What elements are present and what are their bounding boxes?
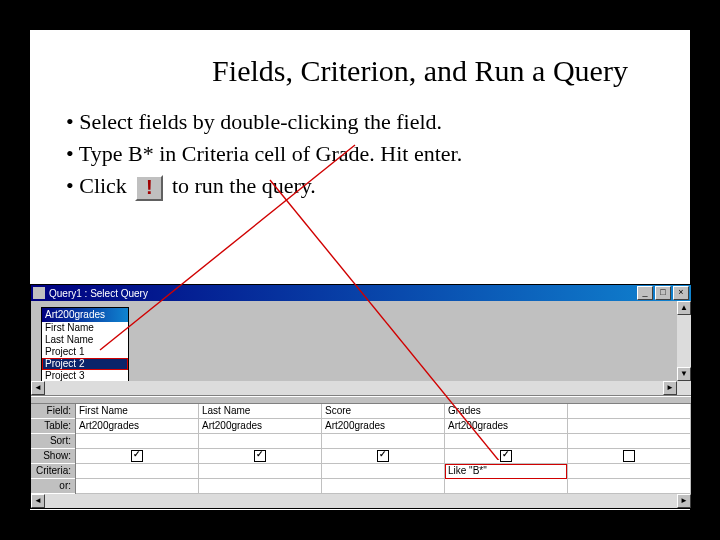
maximize-button[interactable]: □ [655,286,671,300]
close-button[interactable]: × [673,286,689,300]
show-cell[interactable] [76,449,198,464]
window-titlebar: Query1 : Select Query _ □ × [31,285,691,301]
show-cell[interactable] [322,449,444,464]
field-cell[interactable]: Score [322,404,444,419]
qbe-grid: Field: Table: Sort: Show: Criteria: or: … [31,404,691,494]
criteria-cell[interactable] [199,464,321,479]
show-checkbox[interactable] [254,450,266,462]
field-cell[interactable]: First Name [76,404,198,419]
grid-column-empty [568,404,691,494]
run-query-icon: ! [135,175,163,201]
table-pane: Art200grades First Name Last Name Projec… [31,301,691,396]
table-cell[interactable]: Art200grades [445,419,567,434]
bullet-3: Click ! to run the query. [66,170,690,202]
scroll-up-button[interactable]: ▲ [677,301,691,315]
criteria-cell[interactable] [322,464,444,479]
table-cell[interactable]: Art200grades [76,419,198,434]
row-label-table: Table: [31,419,75,434]
scroll-right-button[interactable]: ► [663,381,677,395]
app-icon [33,287,45,299]
show-checkbox[interactable] [623,450,635,462]
criteria-cell[interactable] [76,464,198,479]
field-item[interactable]: Last Name [42,334,128,346]
empty-cell[interactable] [568,434,690,449]
slide-title: Fields, Criterion, and Run a Query [150,54,690,88]
row-label-field: Field: [31,404,75,419]
or-cell[interactable] [199,479,321,494]
empty-cell[interactable] [568,479,690,494]
bullet-list: Select fields by double-clicking the fie… [66,106,690,202]
field-list-title: Art200grades [42,308,128,322]
grid-column: Grades Art200grades Like "B*" [445,404,568,494]
field-item[interactable]: First Name [42,322,128,334]
sort-cell[interactable] [322,434,444,449]
bullet-3-post: to run the query. [172,173,316,198]
show-checkbox[interactable] [500,450,512,462]
or-cell[interactable] [76,479,198,494]
empty-cell[interactable] [568,419,690,434]
grid-column: First Name Art200grades [76,404,199,494]
field-item-selected[interactable]: Project 2 [42,358,128,370]
scroll-left-button[interactable]: ◄ [31,494,45,508]
grid-column: Score Art200grades [322,404,445,494]
show-cell[interactable] [445,449,567,464]
table-cell[interactable]: Art200grades [199,419,321,434]
sort-cell[interactable] [76,434,198,449]
bullet-2: Type B* in Criteria cell of Grade. Hit e… [66,138,690,170]
show-checkbox[interactable] [377,450,389,462]
row-label-or: or: [31,479,75,494]
bullet-1: Select fields by double-clicking the fie… [66,106,690,138]
bullet-3-pre: Click [79,173,132,198]
minimize-button[interactable]: _ [637,286,653,300]
field-cell[interactable]: Last Name [199,404,321,419]
scroll-down-button[interactable]: ▼ [677,367,691,381]
row-labels: Field: Table: Sort: Show: Criteria: or: [31,404,76,494]
criteria-cell-highlighted[interactable]: Like "B*" [445,464,567,479]
row-label-criteria: Criteria: [31,464,75,479]
empty-cell[interactable] [568,464,690,479]
query-designer-window: Query1 : Select Query _ □ × Art200grades… [30,284,692,509]
row-label-show: Show: [31,449,75,464]
empty-cell[interactable] [568,404,690,419]
table-cell[interactable]: Art200grades [322,419,444,434]
field-item[interactable]: Project 1 [42,346,128,358]
show-cell[interactable] [199,449,321,464]
field-list-box[interactable]: Art200grades First Name Last Name Projec… [41,307,129,383]
grid-column: Last Name Art200grades [199,404,322,494]
row-label-sort: Sort: [31,434,75,449]
window-title: Query1 : Select Query [49,288,148,299]
upper-vscrollbar[interactable]: ▲ ▼ [677,301,691,395]
lower-hscrollbar[interactable]: ◄ ► [31,494,691,508]
or-cell[interactable] [445,479,567,494]
or-cell[interactable] [322,479,444,494]
empty-cell[interactable] [568,449,690,464]
upper-hscrollbar[interactable]: ◄ ► [31,381,677,395]
sort-cell[interactable] [199,434,321,449]
scroll-right-button[interactable]: ► [677,494,691,508]
scroll-left-button[interactable]: ◄ [31,381,45,395]
sort-cell[interactable] [445,434,567,449]
field-cell[interactable]: Grades [445,404,567,419]
pane-divider[interactable] [31,396,691,404]
show-checkbox[interactable] [131,450,143,462]
